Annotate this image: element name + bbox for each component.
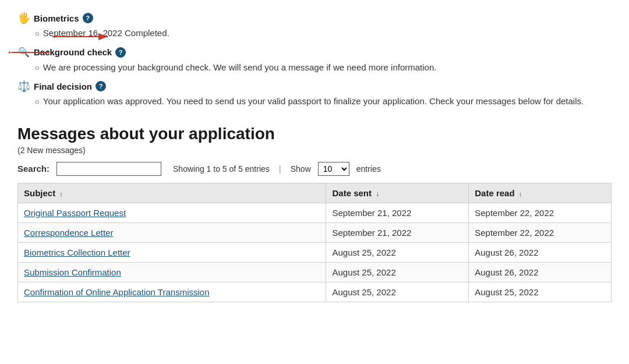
final-decision-help-icon[interactable]: ? [96,81,106,91]
entries-select[interactable]: 10 25 50 100 [318,162,349,176]
cell-date-read: August 26, 2022 [469,242,612,262]
message-link[interactable]: Confirmation of Online Application Trans… [24,287,210,297]
cell-subject: Confirmation of Online Application Trans… [18,282,326,302]
message-link[interactable]: Correspondence Letter [24,228,113,238]
fingerprint-icon: 🖐 [17,12,30,24]
show-label: Show [291,164,311,174]
background-check-heading: 🔍 Background check ? [17,46,612,59]
background-check-item-text: We are processing your background check.… [43,61,437,75]
col-date-sent[interactable]: Date sent ↓ [326,183,469,203]
biometrics-help-icon[interactable]: ? [83,13,93,23]
cell-date-sent: August 25, 2022 [326,282,469,302]
cell-date-read: August 25, 2022 [469,282,612,302]
biometrics-section: 🖐 Biometrics ? ○ September 16, 2022 Comp… [17,12,612,40]
new-messages-count: (2 New messages) [17,146,612,155]
col-date-read-label: Date read [475,188,514,198]
background-check-help-icon[interactable]: ? [115,47,126,58]
final-decision-label: Final decision [34,82,92,91]
cell-subject: Correspondence Letter [18,222,326,242]
background-check-item: ○ We are processing your background chec… [35,61,612,75]
biometrics-label: Biometrics [34,13,79,23]
messages-table: Subject ↕ Date sent ↓ Date read ↕ Origin… [17,183,612,302]
date-read-sort-icon[interactable]: ↕ [519,190,522,197]
cell-date-sent: August 25, 2022 [326,262,469,282]
col-subject[interactable]: Subject ↕ [18,183,326,203]
table-row: Submission ConfirmationAugust 25, 2022Au… [18,262,612,282]
final-decision-item: ○ Your application was approved. You nee… [35,95,612,108]
bullet-icon: ○ [35,96,40,108]
cell-date-read: September 22, 2022 [469,222,612,242]
bullet-icon: ○ [35,62,40,74]
cell-date-sent: September 21, 2022 [326,222,469,242]
message-link[interactable]: Original Passport Request [24,208,126,218]
biometrics-item: ○ September 16, 2022 Completed. [35,27,612,40]
cell-subject: Original Passport Request [18,203,326,222]
bullet-icon: ○ [35,28,40,40]
col-date-sent-label: Date sent [332,188,372,198]
table-header-row: Subject ↕ Date sent ↓ Date read ↕ [18,183,612,203]
messages-title: Messages about your application [17,125,612,143]
entries-label: entries [356,164,381,174]
search-label: Search: [17,164,50,174]
background-check-section: 🔍 Background check ? ○ We are processing… [17,46,612,75]
col-subject-label: Subject [24,188,55,198]
biometrics-heading: 🖐 Biometrics ? [17,12,612,24]
message-link[interactable]: Submission Confirmation [24,267,121,277]
cell-date-sent: August 25, 2022 [326,242,469,262]
cell-date-read: September 22, 2022 [469,203,612,222]
cell-subject: Submission Confirmation [18,262,326,282]
cell-date-read: August 26, 2022 [469,262,612,282]
entries-info: Showing 1 to 5 of 5 entries [173,164,270,174]
date-sent-sort-icon[interactable]: ↓ [376,190,379,198]
table-row: Correspondence LetterSeptember 21, 2022S… [18,222,612,242]
table-row: Biometrics Collection LetterAugust 25, 2… [18,242,612,262]
final-decision-section: ⚖️ Final decision ? ○ Your application w… [17,80,612,108]
messages-section: Messages about your application (2 New m… [17,125,612,302]
entries-info-text: Showing 1 to 5 of 5 entries [173,164,270,174]
cell-date-sent: September 21, 2022 [326,203,469,222]
scales-icon: ⚖️ [17,80,30,93]
table-row: Confirmation of Online Application Trans… [18,282,612,302]
cell-subject: Biometrics Collection Letter [18,242,326,262]
bg-check-icon: 🔍 [17,46,30,59]
col-date-read[interactable]: Date read ↕ [469,183,612,203]
pipe-divider: | [279,164,281,174]
final-decision-item-text: Your application was approved. You need … [43,95,584,108]
table-row: Original Passport RequestSeptember 21, 2… [18,203,612,222]
background-check-label: Background check [34,47,112,57]
table-controls: Search: Showing 1 to 5 of 5 entries | Sh… [17,162,612,176]
subject-sort-icon[interactable]: ↕ [59,190,63,197]
biometrics-item-text: September 16, 2022 Completed. [43,27,169,40]
search-input[interactable] [56,162,161,176]
final-decision-heading: ⚖️ Final decision ? [17,80,612,93]
message-link[interactable]: Biometrics Collection Letter [24,248,130,257]
